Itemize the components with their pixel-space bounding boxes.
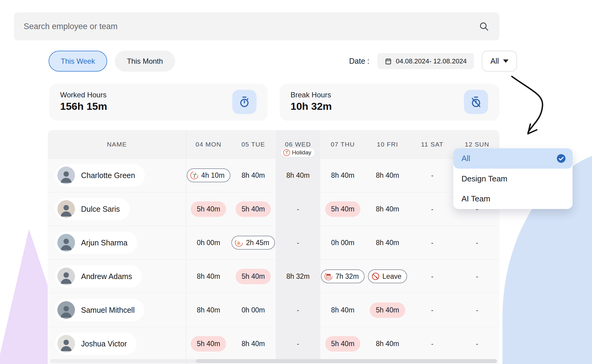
employee-name: Arjun Sharma xyxy=(81,238,128,247)
day-cell: 5h 40m xyxy=(231,260,275,293)
employee-name: Dulce Saris xyxy=(81,205,120,214)
date-range-value: 04.08.2024- 12.08.2024 xyxy=(396,57,467,65)
table-row: Charlotte Green4h 10m8h 40m8h 40m8h 40m8… xyxy=(48,158,499,192)
stopwatch-icon xyxy=(232,90,257,114)
employee-pill[interactable]: Samuel Mithcell xyxy=(55,299,144,321)
column-header: 07 THU xyxy=(320,130,365,158)
worked-hours-value: 156h 15m xyxy=(60,100,107,112)
hours-badge[interactable]: 2h 45m xyxy=(231,236,275,250)
hours-value: 5h 40m xyxy=(331,205,355,213)
day-cell: 8h 40m xyxy=(365,226,410,259)
day-cell: 5h 40m xyxy=(320,327,365,360)
empty-value: - xyxy=(431,171,434,180)
employee-pill[interactable]: Arjun Sharma xyxy=(55,231,137,254)
day-cell: 177h 32m xyxy=(320,260,365,293)
column-header-label: 05 TUE xyxy=(241,141,265,148)
timesheet-table: NAME 04 MON05 TUE06 WEDHoliday07 THU10 F… xyxy=(48,130,499,364)
hours-value: 5h 40m xyxy=(197,340,220,348)
column-divider xyxy=(186,130,186,364)
hours-value: 8h 40m xyxy=(376,340,399,348)
employee-pill[interactable]: Charlotte Green xyxy=(55,164,145,187)
hours-value: 8h 40m xyxy=(331,306,355,314)
day-cell: - xyxy=(276,327,320,360)
hours-value: 8h 40m xyxy=(376,205,399,213)
leave-icon xyxy=(371,272,380,281)
column-header: 10 FRI xyxy=(365,130,410,158)
date-range-picker[interactable]: 04.08.2024- 12.08.2024 xyxy=(377,53,474,69)
table-row: Dulce Saris5h 40m5h 40m-5h 40m8h 40m-- xyxy=(48,192,499,226)
hours-value: 5h 40m xyxy=(242,205,265,213)
search-bar xyxy=(14,12,499,40)
day-cell: - xyxy=(276,192,320,226)
day-cell: - xyxy=(410,293,454,327)
employee-pill[interactable]: Andrew Adams xyxy=(55,265,142,288)
undertime-pill: 5h 40m xyxy=(236,201,271,217)
hours-badge[interactable]: 177h 32m xyxy=(321,269,365,283)
day-cell: 5h 40m xyxy=(186,327,231,360)
undertime-pill: 5h 40m xyxy=(191,336,226,352)
day-cell: 4h 10m xyxy=(186,159,231,192)
name-column-header: NAME xyxy=(48,130,186,158)
avatar xyxy=(57,200,75,218)
empty-value: - xyxy=(297,205,299,213)
hours-value: 8h 40m xyxy=(376,171,399,180)
worked-hours-card: Worked Hours 156h 15m xyxy=(49,84,268,121)
holiday-badge-label: Holiday xyxy=(292,149,311,156)
team-select-button[interactable]: All xyxy=(482,51,517,72)
day-cell: 0h 00m xyxy=(231,293,275,327)
day-cell: 0h 00m xyxy=(186,226,231,259)
employee-cell: Samuel Mithcell xyxy=(48,293,186,327)
hours-value: 0h 00m xyxy=(242,306,265,314)
empty-value: - xyxy=(431,340,434,348)
day-cell: - xyxy=(410,260,454,293)
dropdown-item-all[interactable]: All xyxy=(453,148,573,169)
tab-this-month[interactable]: This Month xyxy=(115,51,175,72)
empty-value: - xyxy=(297,340,299,348)
hours-badge[interactable]: 4h 10m xyxy=(187,168,230,182)
employee-name: Samuel Mithcell xyxy=(81,306,134,315)
table-body: Charlotte Green4h 10m8h 40m8h 40m8h 40m8… xyxy=(48,158,499,360)
tab-this-month-label: This Month xyxy=(127,57,163,66)
day-cell: 5h 40m xyxy=(320,192,365,226)
tab-this-week-label: This Week xyxy=(61,57,95,66)
day-cell: - xyxy=(455,226,499,259)
employee-pill[interactable]: Dulce Saris xyxy=(55,198,130,220)
svg-text:17: 17 xyxy=(327,276,330,278)
column-header: 04 MON xyxy=(186,130,231,158)
hours-value: 8h 40m xyxy=(197,272,220,281)
empty-value: - xyxy=(431,272,434,281)
avatar xyxy=(57,234,75,251)
horizontal-scrollbar-thumb[interactable] xyxy=(196,359,497,363)
table-row: Joshua Victor5h 40m8h 40m-5h 40m8h 40m-- xyxy=(48,327,499,360)
dropdown-item-ai-team[interactable]: AI Team xyxy=(453,189,573,209)
avatar xyxy=(57,268,75,285)
dropdown-item-design-team[interactable]: Design Team xyxy=(453,169,573,189)
search-input[interactable] xyxy=(14,12,479,40)
search-icon[interactable] xyxy=(479,21,489,32)
employee-name: Charlotte Green xyxy=(81,171,135,180)
column-header-label: 12 SUN xyxy=(465,141,489,148)
day-cell: - xyxy=(455,327,499,360)
avatar xyxy=(57,167,75,184)
empty-value: - xyxy=(431,239,434,247)
column-header: 06 WEDHoliday xyxy=(276,130,320,158)
palm-icon xyxy=(190,171,199,180)
table-row: Samuel Mithcell8h 40m0h 00m-8h 40m5h 40m… xyxy=(48,293,499,327)
day-cell: Leave xyxy=(365,260,410,293)
column-header-label: 06 WED xyxy=(285,141,311,148)
chevron-down-icon xyxy=(503,59,509,63)
hours-value: Leave xyxy=(383,272,402,281)
day-cell: - xyxy=(455,260,499,293)
empty-value: - xyxy=(476,272,478,281)
tab-this-week[interactable]: This Week xyxy=(49,51,107,72)
dropdown-item-label: AI Team xyxy=(461,194,490,204)
employee-pill[interactable]: Joshua Victor xyxy=(55,332,137,355)
day-cell: 8h 40m xyxy=(231,159,275,192)
hours-value: 0h 00m xyxy=(197,239,220,247)
avatar xyxy=(57,301,75,319)
hours-badge[interactable]: Leave xyxy=(368,269,407,283)
break-hours-label: Break Hours xyxy=(291,91,331,99)
day-cell: - xyxy=(276,226,320,259)
day-cell: 0h 00m xyxy=(320,226,365,259)
hours-value: 8h 40m xyxy=(242,340,265,348)
